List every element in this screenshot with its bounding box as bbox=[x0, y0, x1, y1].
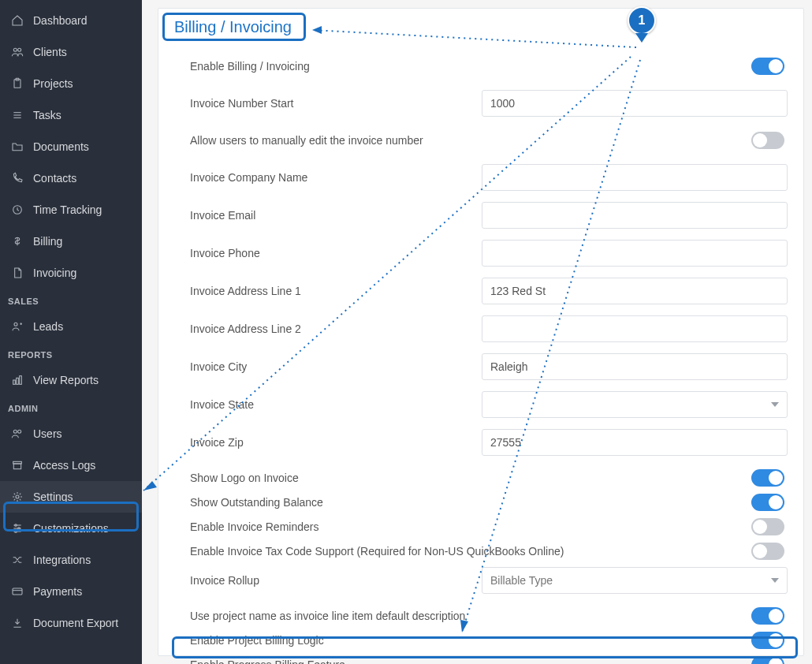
label-show-outstanding: Show Outstanding Balance bbox=[190, 496, 482, 509]
toggle-enable-billing[interactable] bbox=[751, 58, 784, 75]
sidebar-item-label: Billing bbox=[33, 235, 62, 248]
toggle-enable-tax[interactable] bbox=[751, 543, 784, 560]
card-icon bbox=[11, 585, 24, 598]
label-enable-progress-billing: Enable Progress Billing Feature bbox=[190, 658, 482, 664]
sidebar-item-settings[interactable]: Settings bbox=[0, 481, 142, 513]
sidebar-item-label: Access Logs bbox=[33, 459, 95, 472]
input-zip[interactable] bbox=[482, 429, 788, 456]
row-enable-progress-billing: Enable Progress Billing Feature bbox=[174, 654, 788, 664]
document-icon bbox=[11, 267, 24, 279]
label-allow-manual-edit: Allow users to manually edit the invoice… bbox=[190, 134, 482, 147]
sidebar-item-dashboard[interactable]: Dashboard bbox=[0, 5, 142, 36]
label-show-logo: Show Logo on Invoice bbox=[190, 472, 482, 484]
sidebar-item-invoicing[interactable]: Invoicing bbox=[0, 257, 142, 289]
sidebar-item-label: Contacts bbox=[33, 172, 76, 185]
label-use-project-name: Use project name as invoice line item de… bbox=[190, 610, 584, 622]
select-rollup[interactable]: Billable Type bbox=[482, 567, 788, 594]
label-phone: Invoice Phone bbox=[190, 247, 482, 259]
sidebar-item-access-logs[interactable]: Access Logs bbox=[0, 450, 142, 481]
label-city: Invoice City bbox=[190, 360, 482, 373]
sidebar-item-leads[interactable]: Leads bbox=[0, 311, 142, 342]
row-city: Invoice City bbox=[174, 353, 788, 380]
sidebar-item-payments[interactable]: Payments bbox=[0, 576, 142, 607]
clock-icon bbox=[11, 203, 24, 216]
toggle-allow-manual-edit[interactable] bbox=[751, 132, 784, 149]
input-email[interactable] bbox=[482, 202, 788, 229]
toggle-enable-progress-billing[interactable] bbox=[751, 656, 784, 664]
toggle-show-logo[interactable] bbox=[751, 469, 784, 487]
row-state: Invoice State bbox=[174, 391, 788, 418]
page-title: Billing / Invoicing bbox=[169, 9, 296, 46]
sidebar-item-label: Tasks bbox=[33, 109, 61, 121]
sidebar-item-label: Dashboard bbox=[33, 14, 88, 27]
svg-rect-15 bbox=[13, 464, 20, 469]
row-zip: Invoice Zip bbox=[174, 429, 788, 456]
download-icon bbox=[11, 617, 24, 629]
row-enable-reminders: Enable Invoice Reminders bbox=[174, 516, 788, 538]
sidebar-item-label: Time Tracking bbox=[33, 203, 102, 216]
input-phone[interactable] bbox=[482, 240, 788, 267]
svg-rect-11 bbox=[20, 376, 22, 385]
sidebar-item-projects[interactable]: Projects bbox=[0, 68, 142, 99]
sidebar-item-label: Document Export bbox=[33, 617, 118, 629]
input-company-name[interactable] bbox=[482, 164, 788, 191]
user-plus-icon bbox=[11, 320, 24, 333]
row-email: Invoice Email bbox=[174, 202, 788, 229]
sidebar-item-integrations[interactable]: Integrations bbox=[0, 544, 142, 576]
input-addr2[interactable] bbox=[482, 315, 788, 342]
label-enable-billing: Enable Billing / Invoicing bbox=[190, 60, 482, 73]
sidebar-item-label: Clients bbox=[33, 46, 67, 58]
input-city[interactable] bbox=[482, 353, 788, 380]
label-email: Invoice Email bbox=[190, 209, 482, 222]
phone-icon bbox=[11, 172, 24, 185]
input-addr1[interactable] bbox=[482, 278, 788, 304]
sidebar-item-time-tracking[interactable]: Time Tracking bbox=[0, 194, 142, 226]
sidebar-item-label: Integrations bbox=[33, 554, 91, 566]
list-icon bbox=[11, 109, 24, 121]
settings-panel: Billing / Invoicing Enable Billing / Inv… bbox=[158, 8, 804, 656]
shuffle-icon bbox=[11, 554, 24, 566]
sidebar-item-customizations[interactable]: Customizations bbox=[0, 513, 142, 544]
sidebar-item-billing[interactable]: Billing bbox=[0, 226, 142, 257]
toggle-enable-project-billing[interactable] bbox=[751, 632, 784, 649]
sidebar-item-documents[interactable]: Documents bbox=[0, 131, 142, 162]
sidebar-section-sales: SALES bbox=[0, 289, 142, 311]
label-addr2: Invoice Address Line 2 bbox=[190, 323, 482, 335]
row-phone: Invoice Phone bbox=[174, 240, 788, 267]
row-show-outstanding: Show Outstanding Balance bbox=[174, 491, 788, 513]
svg-point-8 bbox=[14, 323, 17, 326]
sidebar-item-tasks[interactable]: Tasks bbox=[0, 99, 142, 131]
row-addr2: Invoice Address Line 2 bbox=[174, 315, 788, 342]
row-show-logo: Show Logo on Invoice bbox=[174, 467, 788, 489]
chart-icon bbox=[11, 374, 24, 386]
row-enable-tax: Enable Invoice Tax Code Support (Require… bbox=[174, 540, 788, 562]
input-invoice-number-start[interactable] bbox=[482, 90, 788, 117]
archive-icon bbox=[11, 459, 24, 472]
label-invoice-number-start: Invoice Number Start bbox=[190, 97, 482, 110]
sidebar-item-clients[interactable]: Clients bbox=[0, 36, 142, 68]
label-zip: Invoice Zip bbox=[190, 436, 482, 449]
toggle-show-outstanding[interactable] bbox=[751, 494, 784, 511]
toggle-use-project-name[interactable] bbox=[751, 607, 784, 625]
svg-point-0 bbox=[13, 48, 17, 51]
sidebar-item-contacts[interactable]: Contacts bbox=[0, 162, 142, 194]
label-addr1: Invoice Address Line 1 bbox=[190, 285, 482, 297]
label-company-name: Invoice Company Name bbox=[190, 171, 482, 184]
row-invoice-number-start: Invoice Number Start bbox=[174, 90, 788, 117]
sidebar-item-view-reports[interactable]: View Reports bbox=[0, 364, 142, 396]
svg-rect-10 bbox=[17, 378, 19, 384]
gear-icon bbox=[11, 491, 24, 503]
svg-point-13 bbox=[18, 430, 21, 433]
sidebar-item-document-export[interactable]: Document Export bbox=[0, 607, 142, 639]
select-state[interactable] bbox=[482, 391, 788, 418]
home-icon bbox=[11, 14, 24, 27]
billing-settings-form: Enable Billing / Invoicing Invoice Numbe… bbox=[174, 54, 788, 664]
row-addr1: Invoice Address Line 1 bbox=[174, 278, 788, 304]
users-icon bbox=[11, 46, 24, 58]
label-enable-reminders: Enable Invoice Reminders bbox=[190, 520, 482, 533]
toggle-enable-reminders[interactable] bbox=[751, 518, 784, 535]
sidebar-item-label: Documents bbox=[33, 140, 89, 153]
sliders-icon bbox=[11, 522, 24, 535]
sidebar-item-label: Projects bbox=[33, 77, 73, 90]
sidebar-item-users[interactable]: Users bbox=[0, 418, 142, 450]
